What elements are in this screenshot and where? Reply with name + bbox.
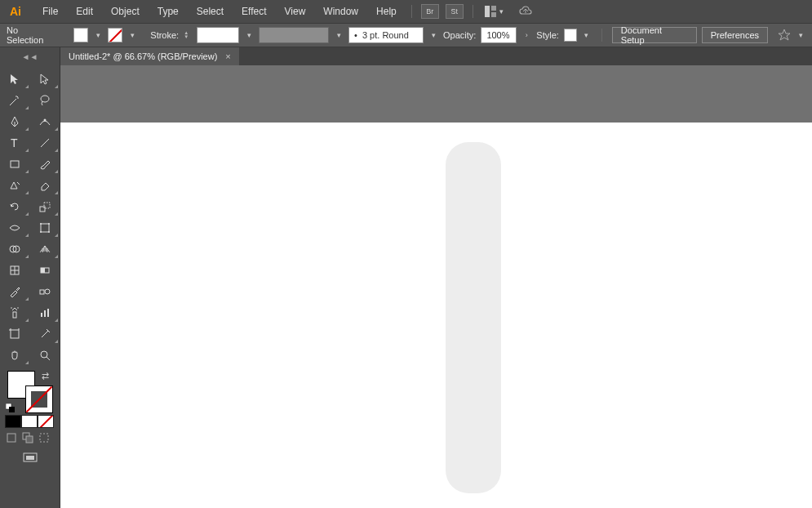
rotate-tool[interactable]: [0, 196, 30, 217]
lasso-tool[interactable]: [30, 90, 60, 111]
stock-button[interactable]: St: [446, 4, 464, 19]
blend-tool[interactable]: [30, 281, 60, 302]
variable-width-dropdown[interactable]: ▾: [334, 31, 344, 39]
sync-settings[interactable]: [510, 6, 533, 17]
document-setup-button[interactable]: Document Setup: [612, 27, 697, 43]
opacity-dropdown[interactable]: ›: [521, 31, 531, 39]
shaper-tool[interactable]: [0, 175, 30, 196]
tab-close-button[interactable]: ×: [225, 51, 230, 61]
brush-definition[interactable]: • 3 pt. Round: [348, 27, 424, 43]
arrange-documents[interactable]: ▾: [485, 6, 504, 17]
menu-view[interactable]: View: [277, 2, 314, 20]
document-tab-label: Untitled-2* @ 66.67% (RGB/Preview): [69, 51, 217, 61]
draw-normal-icon[interactable]: [5, 431, 18, 444]
eraser-tool[interactable]: [30, 175, 60, 196]
artboard[interactable]: [60, 123, 812, 508]
app-icon: Ai: [7, 2, 24, 20]
slice-tool[interactable]: [30, 323, 60, 345]
screen-mode-button[interactable]: [0, 451, 60, 464]
stroke-weight-input[interactable]: [197, 27, 239, 43]
svg-point-4: [43, 119, 46, 122]
free-transform-tool[interactable]: [30, 217, 60, 238]
bridge-button[interactable]: Br: [421, 4, 439, 19]
draw-behind-icon[interactable]: [21, 431, 34, 444]
rounded-rectangle-shape[interactable]: [446, 142, 501, 493]
separator: [601, 29, 602, 42]
variable-width-profile[interactable]: [259, 27, 329, 43]
hand-tool[interactable]: [0, 345, 30, 366]
eyedropper-tool[interactable]: [0, 281, 30, 302]
zoom-tool[interactable]: [30, 345, 60, 366]
style-dropdown[interactable]: ▾: [582, 31, 592, 39]
menu-edit[interactable]: Edit: [68, 2, 101, 20]
svg-rect-41: [40, 434, 48, 442]
menu-help[interactable]: Help: [368, 2, 405, 20]
document-tab-bar: ◄◄ Untitled-2* @ 66.67% (RGB/Preview) ×: [0, 47, 812, 65]
mesh-tool[interactable]: [0, 260, 30, 281]
default-colors-icon[interactable]: [6, 403, 16, 413]
opacity-input[interactable]: 100%: [481, 27, 517, 43]
svg-rect-43: [26, 456, 34, 460]
color-none[interactable]: [38, 415, 54, 428]
svg-rect-27: [41, 313, 42, 317]
svg-line-6: [41, 139, 49, 147]
paintbrush-tool[interactable]: [30, 154, 60, 175]
perspective-grid-tool[interactable]: [30, 238, 60, 260]
type-tool[interactable]: T: [0, 132, 30, 154]
brush-preset-label: 3 pt. Round: [362, 30, 409, 40]
pen-tool[interactable]: [0, 111, 30, 132]
menu-file[interactable]: File: [34, 2, 66, 20]
curvature-tool[interactable]: [30, 111, 60, 132]
panel-collapse-toggle[interactable]: ◄◄: [0, 47, 60, 65]
menu-select[interactable]: Select: [189, 2, 232, 20]
svg-rect-24: [13, 312, 16, 318]
align-dropdown[interactable]: ▾: [796, 31, 805, 39]
swap-fill-stroke-icon[interactable]: ⇄: [42, 371, 51, 381]
svg-rect-22: [40, 290, 44, 294]
symbol-sprayer-tool[interactable]: [0, 302, 30, 323]
scale-tool[interactable]: [30, 196, 60, 217]
style-label: Style:: [536, 30, 559, 40]
svg-rect-21: [41, 268, 45, 273]
svg-point-25: [11, 307, 12, 309]
shape-builder-tool[interactable]: [0, 238, 30, 260]
color-black[interactable]: [5, 415, 21, 428]
document-tab[interactable]: Untitled-2* @ 66.67% (RGB/Preview) ×: [60, 47, 239, 65]
stroke-weight-stepper[interactable]: ▲▼: [184, 31, 189, 39]
brush-dropdown[interactable]: ▾: [428, 31, 438, 39]
svg-rect-2: [491, 12, 496, 17]
svg-point-34: [41, 351, 47, 358]
style-swatch[interactable]: [564, 29, 577, 42]
line-tool[interactable]: [30, 132, 60, 154]
menu-effect[interactable]: Effect: [233, 2, 274, 20]
draw-inside-icon[interactable]: [38, 431, 51, 444]
svg-rect-10: [41, 224, 49, 232]
artboard-tool[interactable]: [0, 323, 30, 345]
svg-rect-37: [9, 407, 15, 412]
stroke-color-box[interactable]: [25, 385, 53, 413]
menu-bar: Ai File Edit Object Type Select Effect V…: [0, 0, 812, 23]
direct-selection-tool[interactable]: [30, 69, 60, 90]
menu-window[interactable]: Window: [315, 2, 366, 20]
gradient-tool[interactable]: [30, 260, 60, 281]
selection-tool[interactable]: [0, 69, 30, 90]
opacity-label: Opacity:: [443, 30, 476, 40]
draw-modes-row: [5, 431, 55, 446]
canvas-area: [60, 65, 812, 508]
menu-type[interactable]: Type: [149, 2, 187, 20]
fill-swatch[interactable]: [73, 28, 88, 42]
align-to-icon[interactable]: [778, 29, 791, 42]
stroke-weight-dropdown[interactable]: ▾: [244, 31, 254, 39]
column-graph-tool[interactable]: [30, 302, 60, 323]
stroke-swatch[interactable]: [108, 28, 122, 42]
color-white[interactable]: [21, 415, 38, 428]
menu-object[interactable]: Object: [103, 2, 148, 20]
width-tool[interactable]: [0, 217, 30, 238]
stroke-dropdown[interactable]: ▾: [127, 31, 137, 39]
toolbox: T: [0, 65, 60, 508]
magic-wand-tool[interactable]: [0, 90, 30, 111]
fill-dropdown[interactable]: ▾: [93, 31, 103, 39]
preferences-button[interactable]: Preferences: [702, 27, 768, 43]
rectangle-tool[interactable]: [0, 154, 30, 175]
fill-stroke-control[interactable]: ⇄: [4, 371, 56, 413]
